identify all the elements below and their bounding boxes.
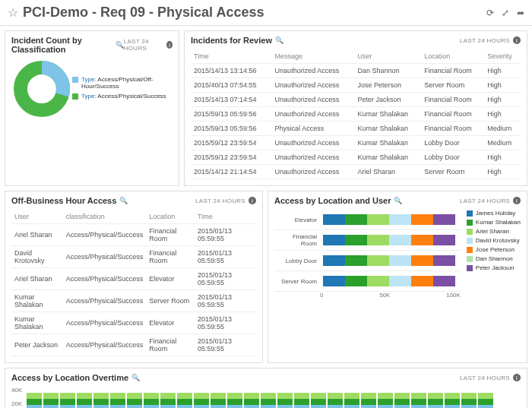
stacked-bar	[227, 387, 242, 408]
stacked-bar	[461, 387, 477, 408]
axis-tick: 40K	[11, 387, 22, 394]
table-row[interactable]: 2015/59/12 23:59:54Unauthorized AccessKu…	[191, 136, 521, 150]
table-row[interactable]: Ariel SharanAccess/Physical/SuccessEleva…	[11, 268, 256, 290]
column-header[interactable]: User	[355, 49, 422, 64]
offhour-table: UserclassificationLocationTime Ariel Sha…	[11, 210, 256, 356]
magnify-icon[interactable]: 🔍	[394, 197, 402, 204]
legend-item[interactable]: Ariel Sharan	[467, 228, 521, 235]
stacked-bar	[27, 387, 42, 408]
legend-swatch	[72, 93, 78, 100]
stacked-bar	[344, 387, 359, 408]
stacked-bar	[411, 387, 426, 408]
table-row[interactable]: Ariel SharanAccess/Physical/SuccessFinan…	[11, 224, 256, 246]
panel-incidents-review: Incidents for Review 🔍 LAST 24 HOURS i T…	[184, 30, 527, 186]
stacked-bar	[323, 255, 458, 266]
column-header[interactable]: classification	[63, 210, 147, 224]
panel-title: Access by Location Overtime	[11, 373, 128, 382]
page-title: PCI-Demo - Req 09 - Physical Access	[23, 5, 479, 21]
stacked-bar	[311, 387, 326, 408]
stacked-bar	[261, 387, 276, 408]
axis-tick: 100K	[446, 292, 461, 299]
table-row[interactable]: 2015/14/13 07:14:54Unauthorized AccessPe…	[191, 93, 521, 107]
time-range-label: LAST 24 HOURS	[124, 38, 163, 52]
legend-item[interactable]: Kumar Shalakan	[467, 219, 521, 226]
stacked-bar	[361, 387, 376, 408]
refresh-icon[interactable]: ⟳	[486, 8, 494, 18]
legend-item[interactable]: Peter Jackson	[467, 264, 521, 271]
stacked-bar	[323, 214, 458, 225]
stacked-bar	[394, 387, 410, 408]
stacked-bar	[244, 387, 259, 408]
panel-incident-count: Incident Count by Classification 🔍 LAST …	[5, 30, 179, 186]
legend-item[interactable]: James Holiday	[467, 210, 521, 217]
time-range-label: LAST 24 HOURS	[460, 37, 510, 44]
panel-title: Off-Business Hour Access	[11, 196, 116, 205]
info-icon[interactable]: i	[166, 41, 173, 49]
axis-tick: 20K	[11, 400, 22, 407]
column-header[interactable]: Time	[195, 210, 256, 224]
donut-chart	[11, 59, 72, 119]
stacked-bar	[127, 387, 142, 408]
panel-title: Incidents for Review	[191, 36, 272, 45]
column-header[interactable]: Time	[191, 49, 272, 64]
column-header[interactable]: User	[11, 210, 63, 224]
magnify-icon[interactable]: 🔍	[116, 41, 124, 49]
time-range-label: LAST 24 HOURS	[195, 198, 245, 204]
legend-item[interactable]: Dan Shannon	[467, 255, 521, 262]
export-icon[interactable]: ➦	[517, 8, 524, 18]
overtime-chart	[27, 387, 521, 408]
stacked-bar	[60, 387, 75, 408]
stacked-bar	[43, 387, 59, 408]
legend-item[interactable]: David Krotovsky	[467, 237, 521, 244]
legend-swatch	[72, 77, 78, 83]
axis-tick: 50K	[379, 292, 390, 299]
table-row[interactable]: David KrotovskyAccess/Physical/SuccessFi…	[11, 246, 256, 268]
info-icon[interactable]: i	[513, 197, 521, 204]
table-row[interactable]: 2015/59/13 05:59:56Physical AccessKumar …	[191, 122, 521, 136]
favorite-star-icon[interactable]: ☆	[8, 5, 18, 20]
panel-offhour-access: Off-Business Hour Access 🔍 LAST 24 HOURS…	[5, 191, 263, 363]
stacked-bar	[323, 276, 458, 286]
magnify-icon[interactable]: 🔍	[275, 36, 283, 44]
table-row[interactable]: 2015/59/12 23:59:54Unauthorized AccessKu…	[191, 150, 521, 165]
table-row[interactable]: 2015/14/12 21:14:54Unauthorized AccessAr…	[191, 165, 521, 179]
stacked-bar	[160, 387, 176, 408]
table-row[interactable]: Peter JacksonAccess/Physical/SuccessFina…	[11, 334, 256, 356]
time-range-label: LAST 24 HOURS	[460, 375, 510, 381]
table-row[interactable]: Kumar ShalakanAccess/Physical/SuccessSer…	[11, 290, 256, 312]
stacked-bar	[323, 235, 458, 245]
column-header[interactable]: Location	[421, 49, 484, 64]
table-row[interactable]: 2015/14/13 13:14:56Unauthorized AccessDa…	[191, 64, 521, 78]
table-row[interactable]: Kumar ShalakanAccess/Physical/SuccessEle…	[11, 312, 256, 334]
legend-item[interactable]: Type: Access/Physical/Off-Hour/Success	[72, 76, 173, 90]
axis-label: Server Room	[274, 271, 320, 292]
stacked-bar	[177, 387, 192, 408]
panel-location-overtime: Access by Location Overtime 🔍 LAST 24 HO…	[5, 368, 527, 408]
stacked-bar	[77, 387, 92, 408]
axis-tick: 0	[320, 292, 323, 299]
legend-item[interactable]: Jose Peterson	[467, 246, 521, 253]
magnify-icon[interactable]: 🔍	[131, 374, 140, 381]
table-row[interactable]: 2015/59/13 05:59:56Unauthorized AccessKu…	[191, 107, 521, 122]
stacked-bar	[328, 387, 343, 408]
stacked-bar	[144, 387, 159, 408]
stacked-bar	[428, 387, 443, 408]
table-row[interactable]: 2015/40/13 07:54:55Unauthorized AccessJo…	[191, 78, 521, 93]
panel-title: Access by Location and User	[274, 196, 391, 205]
magnify-icon[interactable]: 🔍	[119, 197, 128, 204]
stacked-bar	[378, 387, 393, 408]
column-header[interactable]: Severity	[484, 49, 521, 64]
axis-label: Lobby Door	[274, 251, 320, 271]
fullscreen-icon[interactable]: ⤢	[502, 8, 509, 18]
info-icon[interactable]: i	[513, 36, 521, 44]
stacked-bar	[110, 387, 125, 408]
column-header[interactable]: Location	[146, 210, 195, 224]
info-icon[interactable]: i	[249, 197, 256, 204]
axis-label: Financial Room	[274, 230, 320, 251]
axis-label: Elevator	[274, 210, 320, 230]
legend-item[interactable]: Type: Access/Physical/Success	[72, 93, 173, 100]
info-icon[interactable]: i	[513, 374, 521, 381]
column-header[interactable]: Message	[272, 49, 355, 64]
stacked-bar	[211, 387, 226, 408]
panel-title: Incident Count by Classification	[11, 36, 112, 54]
